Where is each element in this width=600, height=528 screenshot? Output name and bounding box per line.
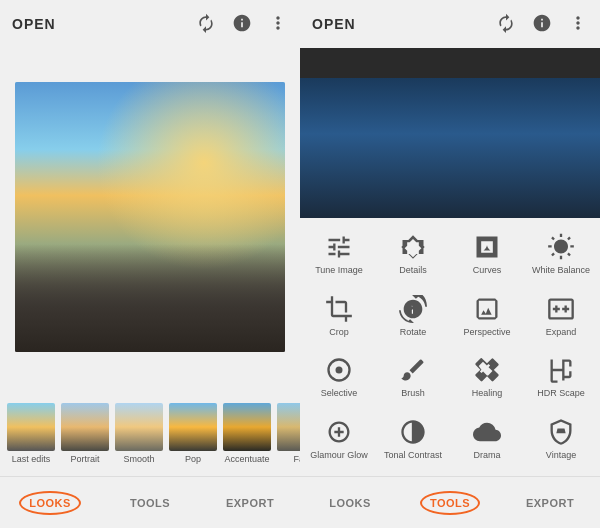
tool-curves-label: Curves bbox=[473, 265, 502, 276]
tool-perspective[interactable]: Perspective bbox=[452, 288, 522, 346]
tool-selective-label: Selective bbox=[321, 388, 358, 399]
thumbnails-strip: Last edits Portrait Smooth Pop Accentuat… bbox=[0, 386, 300, 476]
right-tab-export-label: EXPORT bbox=[526, 497, 574, 509]
tool-details[interactable]: Details bbox=[378, 226, 448, 284]
tool-expand-label: Expand bbox=[546, 327, 577, 338]
thumb-label-pop: Pop bbox=[185, 454, 201, 464]
tool-crop-label: Crop bbox=[329, 327, 349, 338]
tools-grid: Tune Image Details Curves White Balance bbox=[300, 218, 600, 476]
thumb-img-last-edits bbox=[7, 403, 55, 451]
left-panel: OPEN Last edits bbox=[0, 0, 300, 528]
thumb-img-fac bbox=[277, 403, 300, 451]
right-tab-looks[interactable]: LOOKS bbox=[300, 477, 400, 528]
tool-tonal-contrast[interactable]: Tonal Contrast bbox=[378, 411, 448, 469]
tool-crop[interactable]: Crop bbox=[304, 288, 374, 346]
tool-glamour-glow-label: Glamour Glow bbox=[310, 450, 368, 461]
tool-tonal-contrast-label: Tonal Contrast bbox=[384, 450, 442, 461]
tool-tune-image-label: Tune Image bbox=[315, 265, 363, 276]
tool-hdr-scape[interactable]: HDR Scape bbox=[526, 349, 596, 407]
more-icon[interactable] bbox=[268, 13, 288, 36]
right-bottom-tabs: LOOKS TOOLS EXPORT bbox=[300, 476, 600, 528]
tool-brush-label: Brush bbox=[401, 388, 425, 399]
rotate-icon[interactable] bbox=[196, 13, 216, 36]
left-tab-tools-label: TOOLS bbox=[130, 497, 170, 509]
tool-vintage[interactable]: Vintage bbox=[526, 411, 596, 469]
right-photo bbox=[300, 78, 600, 218]
thumb-fac[interactable]: Fac bbox=[277, 403, 300, 464]
info-icon[interactable] bbox=[232, 13, 252, 36]
tool-white-balance[interactable]: White Balance bbox=[526, 226, 596, 284]
tool-curves[interactable]: Curves bbox=[452, 226, 522, 284]
tool-hdr-scape-label: HDR Scape bbox=[537, 388, 585, 399]
tool-brush[interactable]: Brush bbox=[378, 349, 448, 407]
right-title: OPEN bbox=[312, 16, 496, 32]
tool-glamour-glow[interactable]: Glamour Glow bbox=[304, 411, 374, 469]
thumb-smooth[interactable]: Smooth bbox=[115, 403, 163, 464]
thumb-img-accentuate bbox=[223, 403, 271, 451]
left-tab-export-label: EXPORT bbox=[226, 497, 274, 509]
right-tab-tools-label: TOOLS bbox=[420, 491, 480, 515]
thumb-img-portrait bbox=[61, 403, 109, 451]
thumb-img-smooth bbox=[115, 403, 163, 451]
tool-drama[interactable]: Drama bbox=[452, 411, 522, 469]
thumb-accentuate[interactable]: Accentuate bbox=[223, 403, 271, 464]
left-tab-tools[interactable]: TOOLS bbox=[100, 477, 200, 528]
thumb-portrait[interactable]: Portrait bbox=[61, 403, 109, 464]
svg-point-1 bbox=[336, 367, 343, 374]
left-bottom-tabs: LOOKS TOOLS EXPORT bbox=[0, 476, 300, 528]
right-tab-looks-label: LOOKS bbox=[329, 497, 371, 509]
left-toolbar-icons bbox=[196, 13, 288, 36]
right-tab-tools[interactable]: TOOLS bbox=[400, 477, 500, 528]
tool-tune-image[interactable]: Tune Image bbox=[304, 226, 374, 284]
tool-white-balance-label: White Balance bbox=[532, 265, 590, 276]
thumb-label-accentuate: Accentuate bbox=[224, 454, 269, 464]
thumb-img-pop bbox=[169, 403, 217, 451]
thumb-label-smooth: Smooth bbox=[123, 454, 154, 464]
tool-perspective-label: Perspective bbox=[463, 327, 510, 338]
right-tab-export[interactable]: EXPORT bbox=[500, 477, 600, 528]
tool-drama-label: Drama bbox=[473, 450, 500, 461]
tool-selective[interactable]: Selective bbox=[304, 349, 374, 407]
tool-expand[interactable]: Expand bbox=[526, 288, 596, 346]
thumb-last-edits[interactable]: Last edits bbox=[7, 403, 55, 464]
right-toolbar-icons bbox=[496, 13, 588, 36]
tool-rotate-label: Rotate bbox=[400, 327, 427, 338]
thumb-label-portrait: Portrait bbox=[70, 454, 99, 464]
right-photo-area bbox=[300, 48, 600, 218]
thumb-label-last-edits: Last edits bbox=[12, 454, 51, 464]
right-panel: OPEN bbox=[300, 0, 600, 528]
left-tab-export[interactable]: EXPORT bbox=[200, 477, 300, 528]
tool-healing[interactable]: Healing bbox=[452, 349, 522, 407]
right-rotate-icon[interactable] bbox=[496, 13, 516, 36]
main-photo bbox=[15, 82, 285, 352]
left-tab-looks-label: LOOKS bbox=[19, 491, 81, 515]
tool-vintage-label: Vintage bbox=[546, 450, 576, 461]
right-info-icon[interactable] bbox=[532, 13, 552, 36]
left-photo-area bbox=[0, 48, 300, 386]
tool-details-label: Details bbox=[399, 265, 427, 276]
left-title: OPEN bbox=[12, 16, 196, 32]
thumb-pop[interactable]: Pop bbox=[169, 403, 217, 464]
right-top-bar: OPEN bbox=[300, 0, 600, 48]
tool-healing-label: Healing bbox=[472, 388, 503, 399]
right-more-icon[interactable] bbox=[568, 13, 588, 36]
tool-rotate[interactable]: Rotate bbox=[378, 288, 448, 346]
left-tab-looks[interactable]: LOOKS bbox=[0, 477, 100, 528]
left-top-bar: OPEN bbox=[0, 0, 300, 48]
